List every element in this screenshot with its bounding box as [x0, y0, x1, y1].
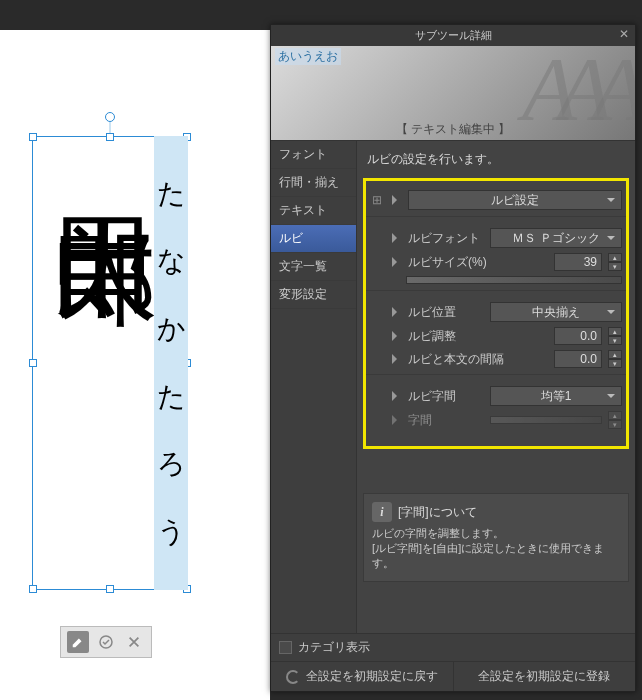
cancel-button[interactable] [123, 631, 145, 653]
panel-title: サブツール詳細 [415, 29, 492, 41]
ruby-font-select[interactable]: ＭＳ Ｐゴシック [490, 228, 622, 248]
ruby-size-slider[interactable] [406, 276, 622, 284]
ruby-letterspace-label: 字間 [408, 412, 484, 429]
reset-icon [286, 670, 300, 684]
ruby-gap-value[interactable]: 0.0 [554, 350, 602, 368]
ruby-char: う [157, 518, 186, 546]
ruby-char: な [157, 247, 186, 275]
ruby-char: た [157, 383, 186, 411]
category-transform[interactable]: 変形設定 [271, 281, 356, 309]
ruby-adjust-label: ルビ調整 [408, 328, 548, 345]
info-icon: i [372, 502, 392, 522]
category-text[interactable]: テキスト [271, 197, 356, 225]
category-ruby[interactable]: ルビ [271, 225, 356, 253]
ruby-char: か [157, 315, 186, 343]
ruby-size-value[interactable]: 39 [554, 253, 602, 271]
show-toggle-icon[interactable]: ⊞ [370, 193, 384, 207]
panel-preview: あいうえお AAA 【 テキスト編集中 】 [271, 46, 635, 140]
ruby-font-label: ルビフォント [408, 230, 484, 247]
register-all-button[interactable]: 全設定を初期設定に登録 [453, 662, 636, 691]
category-font[interactable]: フォント [271, 141, 356, 169]
edit-pencil-button[interactable] [67, 631, 89, 653]
category-list: フォント 行間・揃え テキスト ルビ 文字一覧 変形設定 [271, 141, 357, 633]
ruby-adjust-stepper[interactable]: ▴▾ [608, 327, 622, 345]
expand-icon[interactable] [392, 391, 402, 401]
ruby-position-label: ルビ位置 [408, 304, 484, 321]
category-show-label: カテゴリ表示 [298, 639, 370, 656]
resize-handle-tl[interactable] [29, 133, 37, 141]
text-object[interactable]: 田中太郎 た な か た ろ う [32, 136, 188, 590]
resize-handle-tm[interactable] [106, 133, 114, 141]
text-edit-toolbar [60, 626, 152, 658]
ruby-size-stepper[interactable]: ▴▾ [608, 253, 622, 271]
info-heading: [字間]について [398, 504, 477, 521]
ruby-adjust-value[interactable]: 0.0 [554, 327, 602, 345]
register-all-label: 全設定を初期設定に登録 [478, 668, 610, 685]
expand-icon[interactable] [392, 331, 402, 341]
canvas-area: 田中太郎 た な か た ろ う [0, 30, 270, 700]
ruby-gap-label: ルビと本文の間隔 [408, 351, 548, 368]
ruby-size-label: ルビサイズ(%) [408, 254, 548, 271]
close-icon[interactable]: ✕ [619, 27, 629, 41]
ruby-letterspace-stepper: ▴▾ [608, 411, 622, 429]
info-line: [ルビ字間]を[自由]に設定したときに使用できます。 [372, 541, 620, 571]
resize-handle-bm[interactable] [106, 585, 114, 593]
subtool-detail-panel: サブツール詳細 ✕ あいうえお AAA 【 テキスト編集中 】 フォント 行間・… [270, 24, 636, 692]
expand-icon[interactable] [392, 257, 402, 267]
rotation-handle[interactable] [105, 112, 115, 122]
info-line: ルビの字間を調整します。 [372, 526, 620, 541]
settings-column: ルビの設定を行います。 ⊞ ルビ設定 ルビフォント ＭＳ Ｐゴシック [357, 141, 635, 633]
expand-icon[interactable] [392, 307, 402, 317]
category-char-list[interactable]: 文字一覧 [271, 253, 356, 281]
expand-icon[interactable] [392, 195, 402, 205]
resize-handle-ml[interactable] [29, 359, 37, 367]
ruby-char: ろ [157, 450, 186, 478]
reset-all-label: 全設定を初期設定に戻す [306, 668, 438, 685]
resize-handle-bl[interactable] [29, 585, 37, 593]
category-line-align[interactable]: 行間・揃え [271, 169, 356, 197]
expand-icon[interactable] [392, 354, 402, 364]
expand-icon [392, 415, 402, 425]
ruby-position-select[interactable]: 中央揃え [490, 302, 622, 322]
ruby-spacing-select[interactable]: 均等1 [490, 386, 622, 406]
expand-icon[interactable] [392, 233, 402, 243]
ruby-spacing-label: ルビ字間 [408, 388, 484, 405]
ruby-char: た [157, 180, 186, 208]
panel-title-bar[interactable]: サブツール詳細 ✕ [271, 25, 635, 46]
info-box: i [字間]について ルビの字間を調整します。 [ルビ字間]を[自由]に設定した… [363, 493, 629, 582]
reset-all-button[interactable]: 全設定を初期設定に戻す [271, 662, 453, 691]
category-show-checkbox[interactable] [279, 641, 292, 654]
settings-description: ルビの設定を行います。 [367, 151, 629, 168]
ruby-gap-stepper[interactable]: ▴▾ [608, 350, 622, 368]
ruby-letterspace-slider [490, 416, 602, 424]
ruby-settings-select[interactable]: ルビ設定 [408, 190, 622, 210]
ruby-text[interactable]: た な か た ろ う [154, 136, 188, 590]
confirm-button[interactable] [95, 631, 117, 653]
panel-footer: カテゴリ表示 全設定を初期設定に戻す 全設定を初期設定に登録 [271, 633, 635, 691]
highlighted-settings-group: ⊞ ルビ設定 ルビフォント ＭＳ Ｐゴシック ルビサイズ(%) [363, 178, 629, 449]
preview-status: 【 テキスト編集中 】 [271, 121, 635, 138]
preview-sample-text: あいうえお [275, 48, 341, 65]
